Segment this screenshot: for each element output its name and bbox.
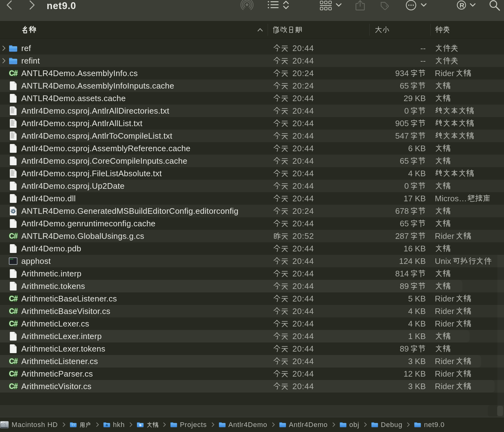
svg-text:R: R xyxy=(460,2,464,9)
